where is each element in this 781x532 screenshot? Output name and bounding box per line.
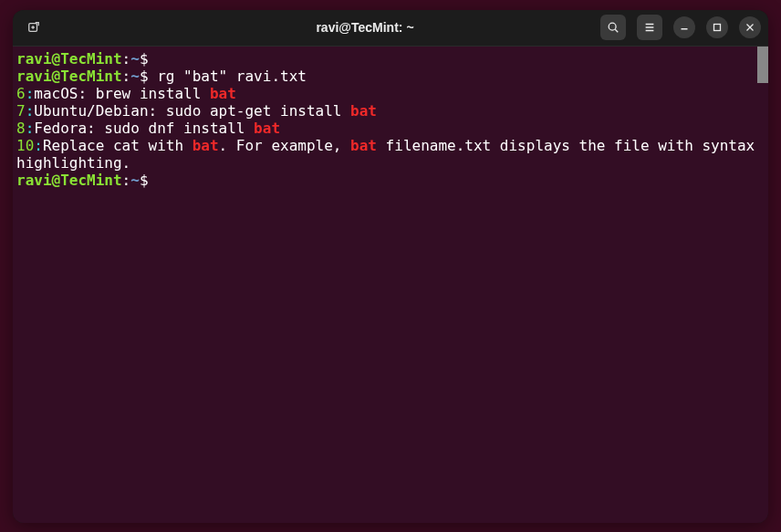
line-number: 8	[16, 120, 26, 137]
prompt-dollar: $	[140, 50, 149, 68]
output-line: 10:Replace cat with bat. For example, ba…	[16, 137, 765, 172]
terminal-body[interactable]: ravi@TecMint:~$ravi@TecMint:~$ rg "bat" …	[13, 47, 768, 523]
minimize-button[interactable]	[673, 16, 695, 38]
output-text: macOS: brew install	[34, 85, 210, 102]
prompt-colon: :	[122, 50, 131, 68]
output-line: 7:Ubuntu/Debian: sudo apt-get install ba…	[16, 102, 765, 120]
output-text: Ubuntu/Debian: sudo apt-get install	[34, 102, 350, 120]
titlebar-left	[20, 14, 130, 41]
match-text: bat	[254, 120, 280, 137]
svg-rect-9	[714, 25, 721, 31]
prompt-userhost: ravi@TecMint	[16, 172, 122, 189]
new-tab-button[interactable]	[20, 14, 47, 41]
window-title: ravi@TecMint: ~	[130, 20, 600, 35]
match-text: bat	[350, 102, 377, 120]
scrollbar[interactable]	[757, 47, 768, 83]
prompt-path: ~	[130, 68, 140, 85]
separator: :	[26, 120, 35, 137]
svg-line-4	[615, 29, 618, 32]
prompt-path: ~	[130, 50, 140, 68]
hamburger-icon	[643, 21, 656, 34]
maximize-icon	[711, 21, 724, 34]
command-text: rg "bat" ravi.txt	[149, 68, 307, 85]
line-number: 7	[16, 102, 26, 120]
match-text: bat	[193, 137, 219, 154]
match-text: bat	[350, 137, 377, 154]
search-button[interactable]	[600, 15, 626, 40]
titlebar-right	[600, 15, 761, 40]
match-text: bat	[210, 85, 236, 102]
prompt-colon: :	[122, 68, 131, 85]
line-number: 10	[16, 137, 34, 154]
close-button[interactable]	[739, 16, 761, 38]
line-number: 6	[16, 85, 26, 102]
prompt-line: ravi@TecMint:~$	[16, 50, 765, 68]
prompt-colon: :	[122, 172, 131, 189]
terminal-window: ravi@TecMint: ~	[13, 10, 768, 523]
prompt-dollar: $	[140, 68, 149, 85]
prompt-dollar: $	[140, 172, 149, 189]
output-text: Fedora: sudo dnf install	[34, 120, 254, 137]
prompt-line: ravi@TecMint:~$ rg "bat" ravi.txt	[16, 68, 765, 85]
prompt-line: ravi@TecMint:~$	[16, 172, 765, 189]
separator: :	[26, 102, 35, 120]
separator: :	[26, 85, 35, 102]
separator: :	[34, 137, 43, 154]
output-text: . For example,	[219, 137, 351, 154]
titlebar: ravi@TecMint: ~	[13, 10, 768, 47]
prompt-path: ~	[130, 172, 140, 189]
prompt-userhost: ravi@TecMint	[16, 68, 122, 85]
maximize-button[interactable]	[706, 16, 728, 38]
minimize-icon	[678, 21, 691, 34]
svg-point-3	[609, 23, 616, 30]
output-line: 6:macOS: brew install bat	[16, 85, 765, 102]
search-icon	[607, 21, 620, 34]
menu-button[interactable]	[637, 15, 662, 40]
close-icon	[744, 21, 756, 34]
prompt-userhost: ravi@TecMint	[16, 50, 122, 68]
new-tab-icon	[27, 21, 40, 34]
output-text: Replace cat with	[43, 137, 193, 154]
output-line: 8:Fedora: sudo dnf install bat	[16, 120, 765, 137]
